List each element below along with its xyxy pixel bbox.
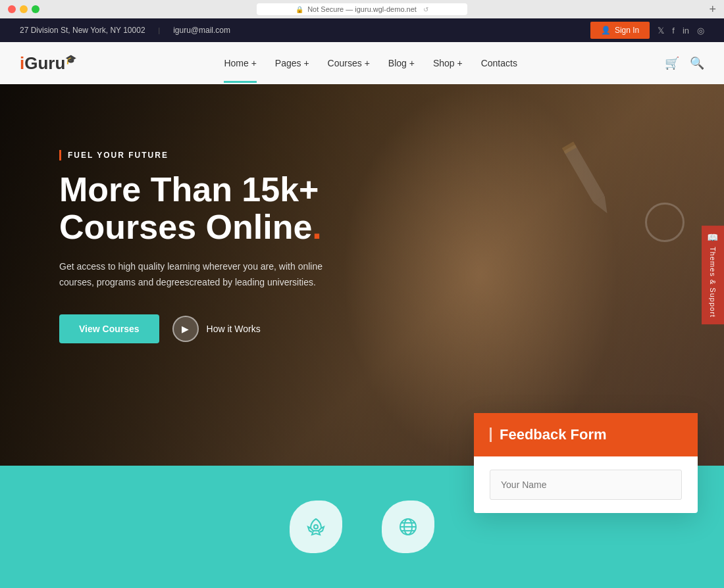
facebook-icon[interactable]: f xyxy=(672,26,675,36)
feedback-panel: Feedback Form xyxy=(474,413,698,513)
hero-title-line2: Courses Online xyxy=(59,208,312,246)
hero-title-dot: . xyxy=(312,208,321,246)
feedback-header: Feedback Form xyxy=(474,413,698,456)
nav-pages[interactable]: Pages + xyxy=(275,58,309,68)
url-text: Not Secure — iguru.wgl-demo.net xyxy=(307,5,417,13)
themes-support-tab[interactable]: 📖 Themes & Support xyxy=(702,226,724,324)
nav-icons: 🛒 🔍 xyxy=(665,56,704,70)
user-icon: 👤 xyxy=(601,26,611,35)
nav-blog[interactable]: Blog + xyxy=(388,58,415,68)
logo[interactable]: iGuru🎓 xyxy=(20,53,76,74)
new-tab-button[interactable]: + xyxy=(709,3,716,16)
minimize-button[interactable] xyxy=(20,5,28,13)
sign-in-button[interactable]: 👤 Sign In xyxy=(590,22,650,39)
hero-content: FUEL YOUR FUTURE More Than 15k+ Courses … xyxy=(59,150,336,343)
top-bar-left: 27 Division St, New York, NY 10002 | igu… xyxy=(20,26,230,35)
how-it-works-label: How it Works xyxy=(207,324,261,334)
hero-eyebrow: FUEL YOUR FUTURE xyxy=(59,150,336,160)
logo-guru: Guru xyxy=(24,53,65,74)
hero-title: More Than 15k+ Courses Online. xyxy=(59,171,336,246)
maximize-button[interactable] xyxy=(32,5,39,13)
circle-decoration xyxy=(645,203,685,242)
feedback-body xyxy=(474,456,698,513)
themes-support-icon: 📖 xyxy=(707,232,719,243)
window-chrome: 🔒 Not Secure — iguru.wgl-demo.net ↺ + xyxy=(0,0,724,18)
sign-in-label: Sign In xyxy=(615,26,639,35)
twitter-icon[interactable]: 𝕏 xyxy=(658,26,664,36)
cart-icon[interactable]: 🛒 xyxy=(665,56,679,70)
rocket-icon-blob xyxy=(290,501,342,553)
nav-contacts[interactable]: Contacts xyxy=(481,58,517,68)
address-text: 27 Division St, New York, NY 10002 xyxy=(20,26,145,35)
hero-subtitle: Get access to high quality learning wher… xyxy=(59,259,336,291)
themes-support-label: Themes & Support xyxy=(709,247,717,318)
view-courses-button[interactable]: View Courses xyxy=(59,314,159,343)
hero-title-line1: More Than 15k+ xyxy=(59,170,319,208)
how-it-works-button[interactable]: ▶ How it Works xyxy=(172,316,261,342)
url-bar[interactable]: 🔒 Not Secure — iguru.wgl-demo.net ↺ xyxy=(257,3,467,15)
email-text: iguru@mail.com xyxy=(173,26,230,35)
bottom-section: Feedback Form xyxy=(0,466,724,588)
hero-actions: View Courses ▶ How it Works xyxy=(59,314,336,343)
top-bar: 27 Division St, New York, NY 10002 | igu… xyxy=(0,18,724,42)
logo-i: i xyxy=(20,53,24,74)
nav-shop[interactable]: Shop + xyxy=(433,58,463,68)
traffic-lights xyxy=(8,5,39,13)
nav-courses[interactable]: Courses + xyxy=(328,58,370,68)
your-name-input[interactable] xyxy=(490,470,682,500)
feedback-title: Feedback Form xyxy=(500,426,607,443)
logo-cap: 🎓 xyxy=(65,54,76,64)
globe-icon-blob xyxy=(382,501,434,553)
nav-home[interactable]: Home + xyxy=(224,58,256,68)
nav-links: Home + Pages + Courses + Blog + Shop + C… xyxy=(224,58,517,68)
search-icon[interactable]: 🔍 xyxy=(690,56,704,70)
close-button[interactable] xyxy=(8,5,16,13)
instagram-icon[interactable]: ◎ xyxy=(697,26,704,36)
play-icon: ▶ xyxy=(172,316,199,342)
feedback-header-bar xyxy=(490,428,492,442)
linkedin-icon[interactable]: in xyxy=(683,26,689,36)
top-bar-right: 👤 Sign In 𝕏 f in ◎ xyxy=(590,22,704,39)
hero-section: FUEL YOUR FUTURE More Than 15k+ Courses … xyxy=(0,84,724,466)
main-nav: iGuru🎓 Home + Pages + Courses + Blog + S… xyxy=(0,42,724,84)
svg-point-3 xyxy=(314,525,318,529)
